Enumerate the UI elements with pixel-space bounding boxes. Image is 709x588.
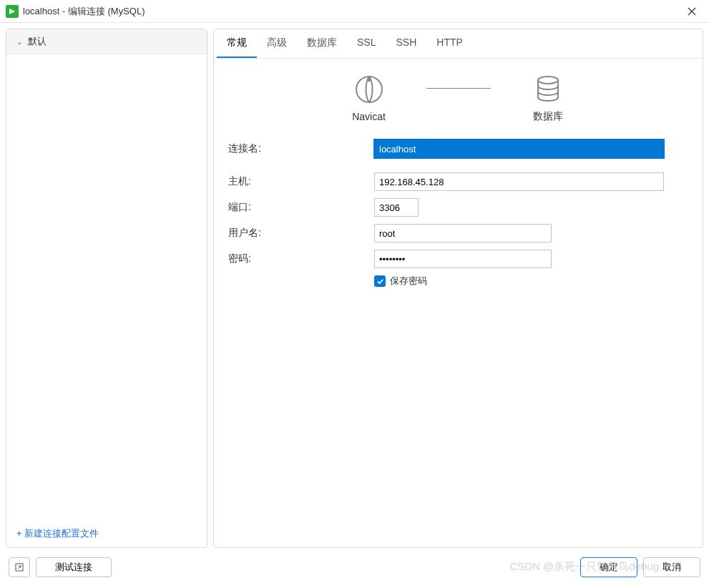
footer: 测试连接 确定 取消 bbox=[0, 554, 709, 588]
popup-icon-button[interactable] bbox=[9, 557, 30, 577]
tab-general[interactable]: 常规 bbox=[217, 29, 257, 58]
tab-ssh[interactable]: SSH bbox=[386, 29, 426, 58]
label-username: 用户名: bbox=[228, 227, 374, 240]
new-profile-link[interactable]: + 新建连接配置文件 bbox=[6, 520, 207, 547]
row-save-password: 保存密码 bbox=[374, 275, 688, 288]
label-host: 主机: bbox=[228, 175, 374, 188]
row-connection-name: 连接名: bbox=[228, 139, 688, 159]
tab-database[interactable]: 数据库 bbox=[297, 29, 347, 58]
label-port: 端口: bbox=[228, 201, 374, 214]
tab-http[interactable]: HTTP bbox=[426, 29, 473, 58]
form: 连接名: 主机: 端口: 用户名: 密码: bbox=[214, 129, 703, 298]
input-username[interactable] bbox=[374, 224, 552, 242]
svg-point-1 bbox=[367, 77, 371, 82]
sidebar-item-default[interactable]: ⌄ 默认 bbox=[6, 29, 207, 54]
diagram-navicat: Navicat bbox=[326, 72, 412, 122]
diagram-navicat-label: Navicat bbox=[352, 111, 386, 122]
svg-point-2 bbox=[538, 77, 558, 84]
navicat-icon bbox=[352, 72, 386, 107]
ok-button[interactable]: 确定 bbox=[580, 557, 637, 577]
label-password: 密码: bbox=[228, 253, 374, 265]
sidebar-item-label: 默认 bbox=[28, 35, 47, 48]
diagram-connector-line bbox=[426, 88, 491, 89]
connection-diagram: Navicat 数据库 bbox=[214, 59, 703, 129]
close-button[interactable] bbox=[680, 1, 703, 21]
label-connection-name: 连接名: bbox=[228, 142, 374, 155]
diagram-database: 数据库 bbox=[505, 72, 591, 123]
input-port[interactable] bbox=[374, 198, 419, 217]
diagram-database-label: 数据库 bbox=[533, 110, 563, 123]
tabs: 常规 高级 数据库 SSL SSH HTTP bbox=[214, 29, 703, 59]
input-password[interactable] bbox=[374, 250, 552, 268]
main-panel: 常规 高级 数据库 SSL SSH HTTP Navicat 数据库 bbox=[213, 29, 703, 548]
row-port: 端口: bbox=[228, 197, 688, 217]
tab-ssl[interactable]: SSL bbox=[347, 29, 386, 58]
tab-advanced[interactable]: 高级 bbox=[257, 29, 297, 58]
test-connection-button[interactable]: 测试连接 bbox=[36, 557, 112, 577]
input-connection-name[interactable] bbox=[374, 139, 664, 158]
window-title: localhost - 编辑连接 (MySQL) bbox=[23, 5, 680, 18]
sidebar: ⌄ 默认 + 新建连接配置文件 bbox=[6, 29, 207, 548]
titlebar: localhost - 编辑连接 (MySQL) bbox=[0, 0, 709, 23]
sidebar-body bbox=[6, 54, 207, 520]
row-username: 用户名: bbox=[228, 223, 688, 243]
checkbox-save-password[interactable] bbox=[374, 275, 386, 287]
app-icon bbox=[6, 5, 19, 18]
row-host: 主机: bbox=[228, 172, 688, 192]
row-password: 密码: bbox=[228, 249, 688, 269]
input-host[interactable] bbox=[374, 172, 664, 191]
cancel-button[interactable]: 取消 bbox=[643, 557, 700, 577]
database-icon bbox=[531, 72, 565, 106]
label-save-password: 保存密码 bbox=[390, 275, 427, 288]
chevron-down-icon: ⌄ bbox=[16, 38, 22, 46]
content-area: ⌄ 默认 + 新建连接配置文件 常规 高级 数据库 SSL SSH HTTP N… bbox=[0, 23, 709, 554]
